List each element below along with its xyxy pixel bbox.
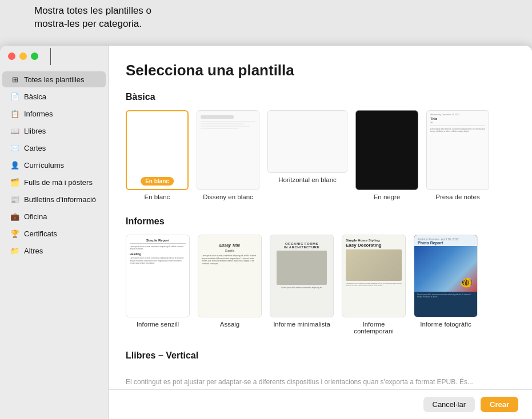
- minimize-button[interactable]: [19, 53, 27, 60]
- template-label-essay: Assaig: [220, 321, 240, 328]
- close-button[interactable]: [8, 53, 15, 60]
- template-thumb-simple-report[interactable]: Simple Report Lorem ipsum dolor sit amet…: [126, 235, 190, 317]
- reports-templates-row: Simple Report Lorem ipsum dolor sit amet…: [126, 235, 515, 335]
- template-design-blank[interactable]: Disseny en blanc: [197, 110, 259, 200]
- template-label-photo: Informe fotogràfic: [420, 321, 471, 328]
- notes-date: Wednesday, December 12, 2012: [430, 114, 485, 116]
- sidebar-label-office: Oficina: [24, 212, 47, 221]
- sidebar-item-basic[interactable]: 📄 Bàsica: [2, 88, 106, 104]
- sidebar-label-newsletters: Butlletins d'informació: [24, 195, 96, 204]
- template-black[interactable]: En negre: [355, 110, 418, 200]
- sidebar-label-posters: Fulls de mà i pòsters: [24, 178, 93, 187]
- tooltip-text: Mostra totes les plantilles o mostra-les…: [34, 5, 151, 31]
- template-label-horizontal: Horitzontal en blanc: [278, 176, 337, 183]
- bottom-bar: Cancel·lar Crear: [109, 389, 532, 419]
- sidebar-label-books: Llibres: [24, 127, 46, 135]
- sidebar-item-office[interactable]: 💼 Oficina: [2, 208, 106, 224]
- notes-to: To:: [430, 122, 485, 124]
- doc-text-icon: 📋: [10, 109, 19, 118]
- template-simple-report[interactable]: Simple Report Lorem ipsum dolor sit amet…: [126, 235, 190, 335]
- template-minimalist[interactable]: ORGANIC FORMSIN ARCHITECTURE Lorem ipsum…: [270, 235, 334, 335]
- sidebar: ⊞ Totes les plantilles 📄 Bàsica 📋 Inform…: [0, 46, 109, 419]
- books-partial-text: El contingut es pot ajustar per adaptar-…: [126, 369, 515, 388]
- template-thumb-horizontal[interactable]: [267, 110, 347, 173]
- maximize-button[interactable]: [31, 53, 38, 60]
- template-essay[interactable]: Essay Title Subtitle Lorem ipsum dolor s…: [198, 235, 262, 335]
- template-notes[interactable]: Wednesday, December 12, 2012 Title To: L…: [426, 110, 489, 200]
- folder-icon: 📁: [10, 246, 19, 255]
- section-title-reports: Informes: [126, 216, 515, 227]
- template-contemporary[interactable]: Simple Home Styling Easy Decorating Lore…: [342, 235, 406, 335]
- template-thumb-design-blank[interactable]: [197, 110, 259, 190]
- sidebar-item-reports[interactable]: 📋 Informes: [2, 106, 106, 122]
- sidebar-item-posters[interactable]: 🗂️ Fulls de mà i pòsters: [2, 174, 106, 190]
- badge-en-blanc: En blanc: [141, 177, 174, 186]
- template-label-design-blank: Disseny en blanc: [203, 194, 253, 200]
- template-horizontal[interactable]: Horitzontal en blanc: [267, 110, 347, 200]
- template-photo[interactable]: Fashion Preview · April 10, 2022 Photo R…: [414, 235, 478, 335]
- section-title-basic: Bàsica: [126, 92, 515, 102]
- template-thumb-notes[interactable]: Wednesday, December 12, 2012 Title To: L…: [426, 110, 489, 190]
- sidebar-label-cv: Currículums: [24, 161, 64, 170]
- envelope-icon: ✉️: [10, 143, 19, 152]
- sidebar-label-letters: Cartes: [24, 144, 46, 152]
- sidebar-label-all: Totes les plantilles: [24, 75, 85, 84]
- main-content: Selecciona una plantilla Bàsica En blanc…: [109, 46, 532, 419]
- doc-icon: 📄: [10, 92, 19, 101]
- template-label-contemporary: Informe contemporani: [342, 321, 405, 335]
- tooltip-pointer: [50, 48, 51, 65]
- person-icon: 👤: [10, 160, 19, 170]
- template-thumb-black[interactable]: [355, 110, 418, 190]
- sidebar-label-basic: Bàsica: [24, 92, 46, 101]
- page-title: Selecciona una plantilla: [126, 62, 515, 79]
- template-label-black: En negre: [374, 194, 401, 200]
- basic-templates-row: En blanc En blanc Disseny en blanc: [126, 110, 515, 200]
- sidebar-item-letters[interactable]: ✉️ Cartes: [2, 140, 106, 156]
- cancel-button[interactable]: Cancel·lar: [423, 397, 475, 412]
- template-picker-window: ⊞ Totes les plantilles 📄 Bàsica 📋 Inform…: [0, 46, 532, 419]
- award-icon: 🏆: [10, 229, 19, 238]
- template-label-blank: En blanc: [145, 194, 170, 200]
- newspaper-icon: 📰: [10, 195, 19, 204]
- template-thumb-contemporary[interactable]: Simple Home Styling Easy Decorating Lore…: [342, 235, 406, 317]
- template-label-simple-report: Informe senzill: [137, 321, 179, 328]
- template-thumb-photo[interactable]: Fashion Preview · April 10, 2022 Photo R…: [414, 235, 478, 317]
- template-blank[interactable]: En blanc En blanc: [126, 110, 189, 200]
- template-thumb-blank[interactable]: En blanc: [126, 110, 189, 190]
- sidebar-item-newsletters[interactable]: 📰 Butlletins d'informació: [2, 191, 106, 207]
- sidebar-item-all[interactable]: ⊞ Totes les plantilles: [2, 71, 106, 87]
- sidebar-label-reports: Informes: [24, 110, 53, 118]
- sidebar-label-others: Altres: [24, 247, 43, 255]
- template-thumb-minimalist[interactable]: ORGANIC FORMSIN ARCHITECTURE Lorem ipsum…: [270, 235, 334, 317]
- sidebar-item-certs[interactable]: 🏆 Certificats: [2, 225, 106, 241]
- window-controls: [8, 53, 38, 60]
- template-label-notes: Presa de notes: [435, 194, 479, 200]
- rectangle-icon: 🗂️: [10, 178, 19, 187]
- sidebar-label-certs: Certificats: [24, 229, 57, 238]
- notes-heading: Title: [430, 117, 485, 120]
- sidebar-item-books[interactable]: 📖 Llibres: [2, 123, 106, 139]
- briefcase-icon: 💼: [10, 212, 19, 221]
- sidebar-item-others[interactable]: 📁 Altres: [2, 243, 106, 259]
- section-title-books: Llibres – Vertical: [126, 350, 515, 361]
- grid-icon: ⊞: [10, 75, 19, 84]
- notes-text: Lorem ipsum dolor sit amet, consectetur …: [430, 128, 485, 132]
- sidebar-item-cv[interactable]: 👤 Currículums: [2, 157, 106, 173]
- create-button[interactable]: Crear: [481, 397, 518, 412]
- template-thumb-essay[interactable]: Essay Title Subtitle Lorem ipsum dolor s…: [198, 235, 262, 317]
- book-icon: 📖: [10, 126, 19, 135]
- template-label-minimalist: Informe minimalista: [273, 321, 330, 328]
